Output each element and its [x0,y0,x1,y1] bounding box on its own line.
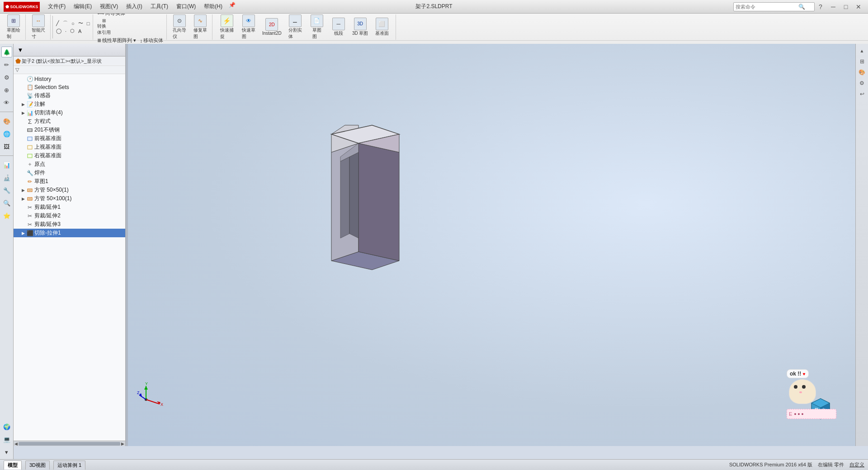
lefttab-feature-manager[interactable]: 🌲 [1,47,12,57]
label-tube50x50: 方管 50×50(1) [34,186,69,194]
lefttab-property-manager[interactable]: ✏ [1,59,12,70]
tree-item-origin[interactable]: ✦ 原点 [14,160,125,169]
arrow-tube50x100[interactable] [20,196,26,202]
toolbar-drawing[interactable]: 📄 草图图 [307,14,327,41]
toolbar-3d-sketch[interactable]: 3D 3D 草图 [350,17,370,38]
menu-tools[interactable]: 工具(T) [147,2,172,11]
toolbar-circle[interactable]: ○ [70,19,76,27]
maximize-button[interactable]: □ [840,2,852,12]
tree-item-right-plane[interactable]: 右视基准面 [14,151,125,160]
tree-item-cut-list[interactable]: 📊 切割清单(4) [14,108,125,117]
tree-item-tube50x100[interactable]: 方管 50×100(1) [14,194,125,203]
tree-item-sketch1[interactable]: ✏ 草图1 [14,177,125,186]
lefttab-tools[interactable]: 🔧 [1,185,12,196]
lefttab-scene[interactable]: 🌐 [1,128,12,139]
tree-item-tube50x50[interactable]: 方管 50×50(1) [14,186,125,194]
lefttab-dim-xpert[interactable]: ⊕ [1,85,12,95]
arrow-tube50x50[interactable] [20,187,26,193]
toolbar-dot[interactable]: · [64,28,68,34]
right-btn-3[interactable]: 🎨 [857,67,867,77]
toolbar-line[interactable]: ╱ [55,19,61,27]
lefttab-analysis2[interactable]: 🔬 [1,172,12,183]
tree-item-selection-sets[interactable]: 📋 Selection Sets [14,83,125,91]
lefttab-search[interactable]: 🔍 [1,197,12,208]
lefttab-favorites[interactable]: ⭐ [1,210,12,221]
toolbar-text[interactable]: A [77,28,83,34]
snap-label: 快速捕捉 [220,27,234,40]
bottom-tab-model[interactable]: 模型 [4,461,22,470]
part-title-row[interactable]: ⬟ 架子2 (默认<按加工><默认>_显示状 [14,56,125,66]
toolbar-line2[interactable]: ─ 线段 [329,17,349,38]
tree-item-trim1[interactable]: ✂ 剪裁/延伸1 [14,203,125,212]
arrow-annotations[interactable] [20,101,26,108]
tree-item-trim2[interactable]: ✂ 剪裁/延伸2 [14,212,125,220]
lefttab-appearance[interactable]: 🎨 [1,116,12,127]
tree-item-sensors[interactable]: 📡 传感器 [14,91,125,100]
menu-view[interactable]: 视图(V) [96,2,122,11]
tree-item-equations[interactable]: Σ 方程式 [14,117,125,126]
tree-item-top-plane[interactable]: 上视基准面 [14,143,125,151]
toolbar-split[interactable]: ⚊ 分割实体 [285,14,305,41]
3d-viewport[interactable]: X Y Z 前 右 ok !! ♥ [128,44,868,446]
svg-rect-8 [28,198,31,199]
panel-btn-filter[interactable]: ▼ [15,45,25,55]
toolbar-quick-snap[interactable]: ⚡ 快速捕捉 [217,14,237,41]
search-input[interactable] [734,4,797,9]
toolbar-weld-bead[interactable]: ∿ 修复草图 [190,14,210,41]
scroll-thumb[interactable] [19,442,120,446]
toolbar-btn-sketch[interactable]: ⊞ 草图绘制 [4,14,24,41]
tree-item-front-plane[interactable]: 前视基准面 [14,134,125,143]
horizontal-scrollbar[interactable]: ◀ ▶ [14,441,125,446]
toolbar-draw-row2: ◯ · ⬡ A [55,28,91,34]
right-btn-1[interactable]: ▲ [857,46,867,56]
right-btn-5[interactable]: ↩ [857,89,867,99]
titlebar: ⬟ SOLIDWORKS 文件(F) 编辑(E) 视图(V) 插入(I) 工具(… [0,0,868,14]
tree-item-weldment[interactable]: 🔧 焊件 [14,169,125,177]
toolbar-quick-view[interactable]: 👁 快速草图 [239,14,259,41]
toolbar-wave[interactable]: 〜 [77,19,85,27]
right-btn-2[interactable]: ⊞ [857,56,867,66]
lefttab-config-manager[interactable]: ⚙ [1,72,12,83]
status-custom[interactable]: 自定义 [849,461,864,468]
search-button[interactable]: 🔍 [797,2,806,11]
scroll-right-arrow[interactable]: ▶ [121,442,124,446]
menu-insert[interactable]: 插入(I) [123,2,146,11]
arrow-cut-extrude1[interactable] [20,230,26,236]
toolbar-instant2d[interactable]: 2D Instant2D [260,17,283,37]
close-button[interactable]: ✕ [853,2,864,12]
tree-item-material[interactable]: 201不锈钢 [14,126,125,134]
help-button[interactable]: ? [815,2,826,12]
feature-tree[interactable]: 🕐 History 📋 Selection Sets 📡 传感器 📝 注解 [14,74,125,441]
lefttab-bottom3[interactable]: ▾ [1,446,12,457]
toolbar-oval[interactable]: ◯ [55,28,63,34]
toolbar-btn-dim[interactable]: ↔ 智能尺寸 [28,14,48,41]
lefttab-bottom2[interactable]: 💻 [1,434,12,445]
menu-help[interactable]: 帮助(H) [200,2,226,11]
lefttab-display-manager[interactable]: 👁 [1,97,12,108]
dot-icon: · [65,28,66,34]
toolbar-transform[interactable]: ⊞转换体引用 [96,18,112,36]
tree-filter-row: ▽ [14,66,125,74]
right-btn-4[interactable]: ⚙ [857,78,867,88]
toolbar-hole-wizard[interactable]: ⊙ 孔向导仪 [170,14,189,41]
arrow-cut-list[interactable] [20,110,26,116]
minimize-button[interactable]: ─ [827,2,839,12]
toolbar-base-plane[interactable]: ⬜ 基准面 [372,17,392,38]
tree-item-trim3[interactable]: ✂ 剪裁/延伸3 [14,220,125,229]
toolbar-arc[interactable]: ⌒ [61,19,69,27]
lefttab-bottom1[interactable]: 🌍 [1,421,12,432]
bottom-tab-motion[interactable]: 运动算例 1 [53,461,85,470]
toolbar-rect[interactable]: □ [85,19,91,27]
menu-edit[interactable]: 编辑(E) [70,2,95,11]
menu-window[interactable]: 窗口(W) [173,2,199,11]
toolbar-poly[interactable]: ⬡ [69,28,76,34]
tree-item-cut-extrude1[interactable]: ⬛ 切除-拉伸1 [14,229,125,237]
label-selection-sets: Selection Sets [34,84,69,90]
bottom-tab-3dview[interactable]: 3D视图 [25,461,50,470]
tree-item-history[interactable]: 🕐 History [14,75,125,83]
scroll-left-arrow[interactable]: ◀ [14,442,18,446]
lefttab-analysis1[interactable]: 📊 [1,160,12,170]
lefttab-decals[interactable]: 🖼 [1,141,12,152]
tree-item-annotations[interactable]: 📝 注解 [14,100,125,108]
menu-file[interactable]: 文件(F) [44,2,69,11]
